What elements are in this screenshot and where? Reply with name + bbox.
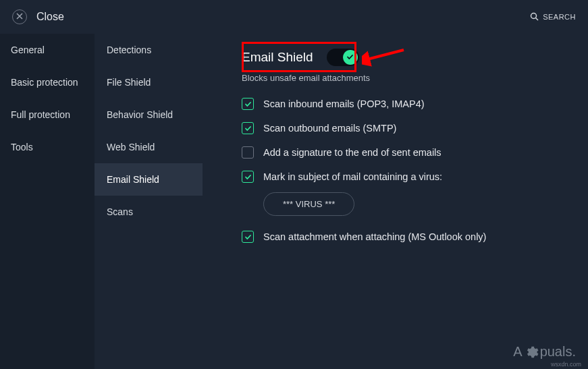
- option-scan-inbound: Scan inbound emails (POP3, IMAP4): [242, 98, 568, 110]
- settings-window: Close SEARCH General Basic protection Fu…: [0, 0, 588, 369]
- sidebar-item-basic-protection[interactable]: Basic protection: [0, 66, 95, 98]
- watermark-prefix: A: [513, 344, 522, 360]
- titlebar: Close SEARCH: [0, 0, 588, 34]
- sidebar-item-detections[interactable]: Detections: [95, 34, 203, 66]
- watermark: A puals.: [513, 344, 576, 360]
- close-icon: [16, 12, 23, 22]
- option-scan-outbound: Scan outbound emails (SMTP): [242, 122, 568, 134]
- search-button[interactable]: SEARCH: [530, 12, 576, 22]
- email-shield-toggle[interactable]: [327, 49, 359, 66]
- option-label: Scan inbound emails (POP3, IMAP4): [263, 98, 425, 109]
- gear-icon: [524, 345, 539, 360]
- option-label: Add a signature to the end of sent email…: [263, 147, 442, 158]
- checkbox-scan-inbound[interactable]: [242, 98, 254, 110]
- sidebar-secondary: Detections File Shield Behavior Shield W…: [95, 34, 203, 369]
- sidebar-item-full-protection[interactable]: Full protection: [0, 98, 95, 131]
- toggle-knob: [343, 50, 358, 65]
- option-scan-attachment: Scan attachment when attaching (MS Outlo…: [242, 231, 568, 243]
- sidebar-item-general[interactable]: General: [0, 34, 95, 66]
- option-add-signature: Add a signature to the end of sent email…: [242, 146, 568, 159]
- virus-subject-input[interactable]: *** VIRUS ***: [263, 192, 354, 216]
- checkmark-icon: [346, 51, 354, 63]
- option-label: Scan outbound emails (SMTP): [263, 123, 396, 134]
- svg-point-0: [531, 13, 537, 18]
- sidebar-primary: General Basic protection Full protection…: [0, 34, 95, 369]
- sidebar-item-behavior-shield[interactable]: Behavior Shield: [95, 98, 203, 131]
- checkbox-scan-outbound[interactable]: [242, 122, 254, 134]
- domain-watermark: wsxdn.com: [551, 361, 581, 368]
- search-label: SEARCH: [543, 13, 576, 21]
- option-mark-subject: Mark in subject of mail containing a vir…: [242, 171, 568, 183]
- sidebar-item-scans[interactable]: Scans: [95, 196, 203, 228]
- checkbox-add-signature[interactable]: [242, 146, 254, 159]
- option-label: Mark in subject of mail containing a vir…: [263, 171, 442, 182]
- section-subtitle: Blocks unsafe email attachments: [242, 73, 568, 83]
- sidebar-item-file-shield[interactable]: File Shield: [95, 66, 203, 98]
- content-panel: Email Shield Blocks unsafe email attachm…: [203, 34, 588, 369]
- section-title: Email Shield: [242, 50, 313, 65]
- section-header: Email Shield: [242, 49, 568, 66]
- sidebar-item-web-shield[interactable]: Web Shield: [95, 131, 203, 163]
- checkbox-mark-subject[interactable]: [242, 171, 254, 183]
- option-label: Scan attachment when attaching (MS Outlo…: [263, 231, 486, 242]
- close-button[interactable]: [12, 9, 27, 24]
- watermark-suffix: puals.: [540, 344, 576, 360]
- search-icon: [530, 12, 539, 22]
- main-area: General Basic protection Full protection…: [0, 34, 588, 369]
- sidebar-item-tools[interactable]: Tools: [0, 131, 95, 163]
- checkbox-scan-attachment[interactable]: [242, 231, 254, 243]
- close-label: Close: [36, 11, 64, 23]
- sidebar-item-email-shield[interactable]: Email Shield: [95, 163, 203, 196]
- titlebar-left: Close: [12, 9, 64, 24]
